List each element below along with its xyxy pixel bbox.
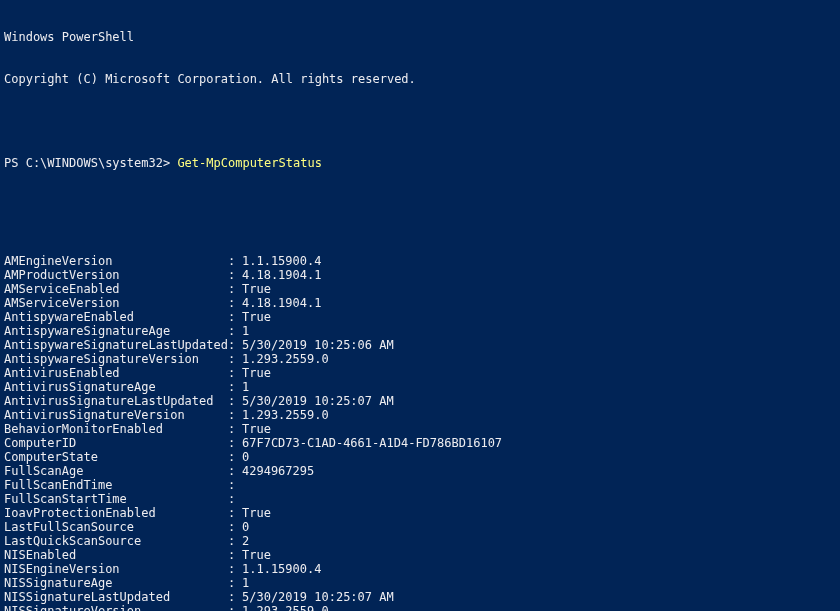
output-row: BehaviorMonitorEnabled : True bbox=[4, 422, 836, 436]
command-text: Get-MpComputerStatus bbox=[177, 156, 322, 170]
separator: : bbox=[228, 338, 242, 352]
property-value: 1 bbox=[242, 324, 249, 338]
property-name: AntispywareSignatureLastUpdated bbox=[4, 338, 228, 352]
terminal-title: Windows PowerShell bbox=[4, 30, 836, 44]
property-value: 1.293.2559.0 bbox=[242, 604, 329, 611]
separator: : bbox=[228, 366, 242, 380]
property-name: AntivirusSignatureVersion bbox=[4, 408, 228, 422]
property-name: ComputerState bbox=[4, 450, 228, 464]
output-row: AntivirusSignatureAge : 1 bbox=[4, 380, 836, 394]
property-value: 67F7CD73-C1AD-4661-A1D4-FD786BD16107 bbox=[242, 436, 502, 450]
property-name: BehaviorMonitorEnabled bbox=[4, 422, 228, 436]
command-line: PS C:\WINDOWS\system32> Get-MpComputerSt… bbox=[4, 156, 836, 170]
separator: : bbox=[228, 478, 242, 492]
prompt: PS C:\WINDOWS\system32> bbox=[4, 156, 177, 170]
terminal-output[interactable]: Windows PowerShell Copyright (C) Microso… bbox=[0, 0, 840, 611]
separator: : bbox=[228, 576, 242, 590]
separator: : bbox=[228, 394, 242, 408]
property-name: AntispywareSignatureVersion bbox=[4, 352, 228, 366]
property-name: AntivirusEnabled bbox=[4, 366, 228, 380]
blank-line bbox=[4, 114, 836, 128]
property-value: 4.18.1904.1 bbox=[242, 268, 321, 282]
separator: : bbox=[228, 282, 242, 296]
property-value: 4294967295 bbox=[242, 464, 314, 478]
property-name: ComputerID bbox=[4, 436, 228, 450]
property-value: 4.18.1904.1 bbox=[242, 296, 321, 310]
output-row: AntispywareSignatureAge : 1 bbox=[4, 324, 836, 338]
separator: : bbox=[228, 464, 242, 478]
property-name: NISEngineVersion bbox=[4, 562, 228, 576]
output-row: AntispywareSignatureVersion : 1.293.2559… bbox=[4, 352, 836, 366]
property-name: AntispywareSignatureAge bbox=[4, 324, 228, 338]
property-value: 0 bbox=[242, 520, 249, 534]
property-name: AMEngineVersion bbox=[4, 254, 228, 268]
property-value: 5/30/2019 10:25:06 AM bbox=[242, 338, 394, 352]
output-row: LastQuickScanSource : 2 bbox=[4, 534, 836, 548]
property-value: True bbox=[242, 310, 271, 324]
property-name: IoavProtectionEnabled bbox=[4, 506, 228, 520]
property-value: 1.293.2559.0 bbox=[242, 352, 329, 366]
separator: : bbox=[228, 436, 242, 450]
property-value: 1 bbox=[242, 576, 249, 590]
output-row: AntispywareEnabled : True bbox=[4, 310, 836, 324]
output-row: NISEnabled : True bbox=[4, 548, 836, 562]
output-row: AntispywareSignatureLastUpdated: 5/30/20… bbox=[4, 338, 836, 352]
output-row: AMEngineVersion : 1.1.15900.4 bbox=[4, 254, 836, 268]
terminal-copyright: Copyright (C) Microsoft Corporation. All… bbox=[4, 72, 836, 86]
separator: : bbox=[228, 562, 242, 576]
separator: : bbox=[228, 408, 242, 422]
output-row: NISSignatureAge : 1 bbox=[4, 576, 836, 590]
property-value: True bbox=[242, 506, 271, 520]
property-value: 5/30/2019 10:25:07 AM bbox=[242, 590, 394, 604]
separator: : bbox=[228, 520, 242, 534]
blank-line bbox=[4, 198, 836, 226]
separator: : bbox=[228, 352, 242, 366]
output-row: AntivirusSignatureVersion : 1.293.2559.0 bbox=[4, 408, 836, 422]
separator: : bbox=[228, 296, 242, 310]
output-row: FullScanAge : 4294967295 bbox=[4, 464, 836, 478]
property-value: True bbox=[242, 422, 271, 436]
property-value: 2 bbox=[242, 534, 249, 548]
property-name: LastQuickScanSource bbox=[4, 534, 228, 548]
output-row: ComputerID : 67F7CD73-C1AD-4661-A1D4-FD7… bbox=[4, 436, 836, 450]
property-name: NISSignatureVersion bbox=[4, 604, 228, 611]
property-value: True bbox=[242, 282, 271, 296]
output-row: FullScanStartTime : bbox=[4, 492, 836, 506]
property-name: NISSignatureAge bbox=[4, 576, 228, 590]
property-value: 1.1.15900.4 bbox=[242, 254, 321, 268]
separator: : bbox=[228, 254, 242, 268]
separator: : bbox=[228, 492, 242, 506]
separator: : bbox=[228, 506, 242, 520]
property-value: 1 bbox=[242, 380, 249, 394]
property-name: AntivirusSignatureAge bbox=[4, 380, 228, 394]
separator: : bbox=[228, 380, 242, 394]
output-row: NISSignatureVersion : 1.293.2559.0 bbox=[4, 604, 836, 611]
property-value: 1.1.15900.4 bbox=[242, 562, 321, 576]
property-name: AntivirusSignatureLastUpdated bbox=[4, 394, 228, 408]
property-name: NISEnabled bbox=[4, 548, 228, 562]
output-row: AMServiceVersion : 4.18.1904.1 bbox=[4, 296, 836, 310]
output-row: NISEngineVersion : 1.1.15900.4 bbox=[4, 562, 836, 576]
property-value: 5/30/2019 10:25:07 AM bbox=[242, 394, 394, 408]
property-value: 1.293.2559.0 bbox=[242, 408, 329, 422]
separator: : bbox=[228, 534, 242, 548]
output-row: ComputerState : 0 bbox=[4, 450, 836, 464]
property-name: AMServiceEnabled bbox=[4, 282, 228, 296]
property-name: FullScanStartTime bbox=[4, 492, 228, 506]
property-name: NISSignatureLastUpdated bbox=[4, 590, 228, 604]
output-list: AMEngineVersion : 1.1.15900.4AMProductVe… bbox=[4, 254, 836, 611]
separator: : bbox=[228, 324, 242, 338]
property-name: AMProductVersion bbox=[4, 268, 228, 282]
output-row: LastFullScanSource : 0 bbox=[4, 520, 836, 534]
property-name: FullScanEndTime bbox=[4, 478, 228, 492]
separator: : bbox=[228, 548, 242, 562]
separator: : bbox=[228, 604, 242, 611]
separator: : bbox=[228, 422, 242, 436]
separator: : bbox=[228, 310, 242, 324]
property-name: LastFullScanSource bbox=[4, 520, 228, 534]
output-row: IoavProtectionEnabled : True bbox=[4, 506, 836, 520]
separator: : bbox=[228, 268, 242, 282]
output-row: NISSignatureLastUpdated : 5/30/2019 10:2… bbox=[4, 590, 836, 604]
property-name: AMServiceVersion bbox=[4, 296, 228, 310]
property-value: 0 bbox=[242, 450, 249, 464]
